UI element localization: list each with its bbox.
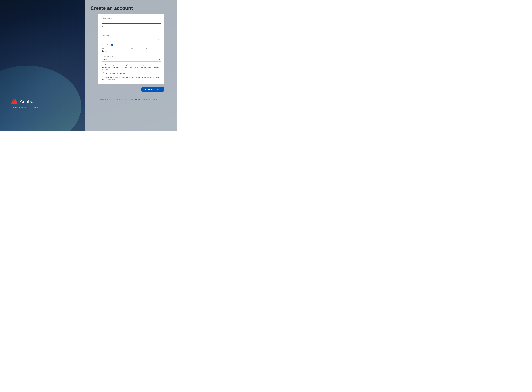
dob-label: Date of birth (102, 44, 110, 46)
last-name-label: Last name (133, 26, 161, 28)
adobe-family-link[interactable]: Adobe family of companies (105, 64, 124, 66)
page-title: Create an account (91, 5, 133, 11)
form-card: Email address First name Last name Passw… (98, 14, 164, 84)
recaptcha-privacy-link[interactable]: Privacy Policy (133, 99, 142, 100)
country-group: Country/Region Canada United States Unit… (102, 56, 161, 62)
month-select[interactable]: January February March April May June Ju… (102, 49, 130, 53)
email-input[interactable] (102, 19, 161, 24)
country-label: Country/Region (102, 56, 161, 57)
personalized-link[interactable]: personalized (144, 64, 152, 66)
contact-checkbox-row: Please contact me via email (102, 72, 161, 74)
first-name-group: First name (102, 26, 130, 33)
year-input[interactable] (145, 50, 161, 53)
country-select[interactable]: Canada United States United Kingdom Aust… (102, 58, 161, 61)
day-group: Day (131, 48, 144, 53)
right-panel: Create an account Email address First na… (85, 0, 177, 131)
dob-section: Date of birth i Month January February M… (102, 44, 161, 53)
first-name-label: First name (102, 26, 130, 28)
tagline: Sign in or create an account (11, 107, 92, 109)
create-btn-row: Create account (98, 87, 164, 92)
adobe-logo: Adobe (11, 98, 92, 104)
password-group: Password (102, 35, 161, 41)
create-account-button[interactable]: Create account (141, 87, 164, 92)
password-input[interactable] (102, 37, 161, 41)
first-name-input[interactable] (102, 28, 130, 33)
day-input[interactable] (131, 50, 144, 53)
terms-of-use-link[interactable]: Terms of Use (150, 76, 159, 78)
month-group: Month January February March April May J… (102, 47, 130, 53)
privacy-policy-link-1[interactable]: Privacy Policy (128, 66, 138, 68)
country-select-wrapper: Canada United States United Kingdom Aust… (102, 58, 161, 62)
recaptcha-terms-link[interactable]: Terms of Service (145, 99, 157, 100)
year-group: Year (145, 48, 161, 53)
recaptcha-text2: and (142, 99, 145, 100)
adobe-text: Adobe (20, 99, 33, 104)
contact-checkbox-label: Please contact me via email (105, 72, 125, 74)
email-group: Email address (102, 17, 161, 24)
day-label: Day (131, 48, 144, 49)
privacy-policy-link-2[interactable]: Privacy Policy. (105, 79, 115, 80)
year-label: Year (145, 48, 161, 49)
dob-label-row: Date of birth i (102, 44, 161, 46)
password-label: Password (102, 35, 161, 37)
dob-info-icon[interactable]: i (111, 44, 113, 46)
toggle-password-icon[interactable] (157, 38, 160, 40)
consent-text: The Adobe family of companies may keep m… (102, 64, 161, 71)
terms-text: By clicking Create account, I agree that… (102, 76, 161, 81)
month-label: Month (102, 47, 130, 49)
contact-checkbox[interactable] (102, 72, 104, 74)
last-name-group: Last name (133, 26, 161, 33)
recaptcha-text: Protected by reCAPTCHA and subject to th… (98, 99, 133, 100)
email-label: Email address (102, 17, 161, 19)
month-select-wrapper: January February March April May June Ju… (102, 49, 130, 53)
adobe-icon (11, 98, 18, 104)
name-row: First name Last name (102, 26, 161, 35)
dob-fields: Month January February March April May J… (102, 47, 161, 53)
recaptcha-footer: Protected by reCAPTCHA and subject to th… (98, 96, 164, 101)
last-name-input[interactable] (133, 28, 161, 33)
left-panel: Adobe Sign in or create an account (0, 0, 92, 131)
